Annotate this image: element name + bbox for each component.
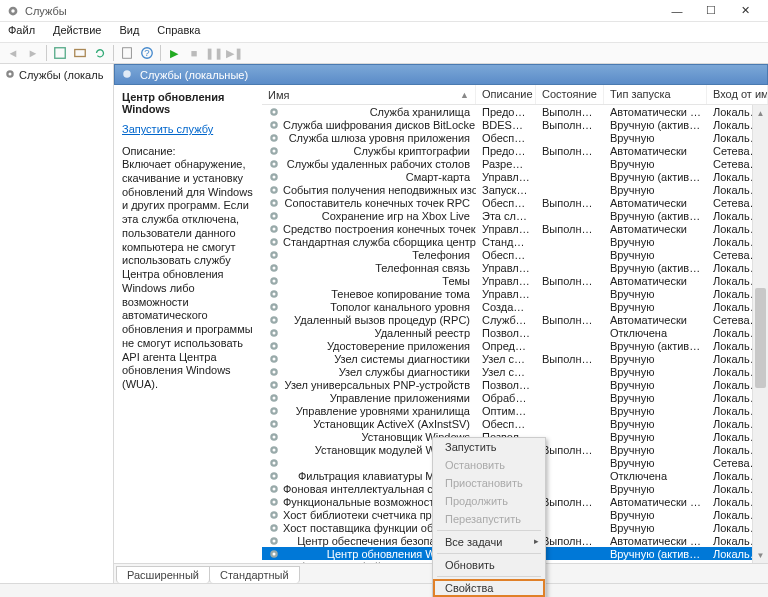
ctx-pause[interactable]: Приостановить (433, 474, 545, 492)
window-controls: — ☐ ✕ (660, 0, 762, 22)
service-row[interactable]: Смарт-картаУправляет...Вручную (активир.… (262, 170, 768, 183)
col-description[interactable]: Описание (476, 85, 536, 104)
scroll-down-icon[interactable]: ▼ (753, 547, 768, 563)
service-startup-cell: Вручную (активир... (604, 171, 707, 183)
svg-text:?: ? (144, 47, 149, 58)
col-state[interactable]: Состояние (536, 85, 604, 104)
ctx-all-tasks[interactable]: Все задачи (433, 533, 545, 551)
svg-point-15 (273, 136, 276, 139)
service-name-cell: Тополог канального уровня (262, 301, 476, 313)
maximize-button[interactable]: ☐ (694, 0, 728, 22)
service-row[interactable]: Узел службы диагностикиУзел служ...Вручн… (262, 365, 768, 378)
service-row[interactable]: Удаленный вызов процедур (RPC)Служба R..… (262, 313, 768, 326)
svg-point-8 (9, 73, 12, 76)
service-name-cell: Теневое копирование тома (262, 288, 476, 300)
menu-view[interactable]: Вид (115, 22, 143, 42)
service-row[interactable]: Сохранение игр на Xbox LiveЭта служб...В… (262, 209, 768, 222)
service-startup-cell: Отключена (604, 327, 707, 339)
ctx-stop[interactable]: Остановить (433, 456, 545, 474)
refresh-button[interactable] (91, 44, 109, 62)
service-startup-cell: Вручную (604, 301, 707, 313)
service-row[interactable]: Удостоверение приложенияОпределяе...Вруч… (262, 339, 768, 352)
service-desc-cell: Создает ка... (476, 301, 536, 313)
tab-extended[interactable]: Расширенный (116, 566, 210, 583)
svg-point-67 (273, 474, 276, 477)
service-row[interactable]: Управление уровнями хранилищаОптимизи...… (262, 404, 768, 417)
service-startup-cell: Вручную (активир... (604, 340, 707, 352)
ctx-start[interactable]: Запустить (433, 438, 545, 456)
service-row[interactable]: Тополог канального уровняСоздает ка...Вр… (262, 300, 768, 313)
svg-rect-3 (75, 50, 86, 57)
col-startup[interactable]: Тип запуска (604, 85, 707, 104)
service-startup-cell: Вручную (604, 522, 707, 534)
service-row[interactable]: Сопоставитель конечных точек RPCОбеспечи… (262, 196, 768, 209)
service-startup-cell: Вручную (604, 353, 707, 365)
service-row[interactable]: Установщик ActiveX (AxInstSV)Обеспечи...… (262, 417, 768, 430)
gear-icon (268, 314, 280, 326)
close-button[interactable]: ✕ (728, 0, 762, 22)
toolbar-btn-2[interactable] (71, 44, 89, 62)
export-button[interactable] (118, 44, 136, 62)
col-logon[interactable]: Вход от имени (707, 85, 768, 104)
restart-service-button[interactable]: ▶❚ (225, 44, 243, 62)
service-name-cell: Удаленный реестр (262, 327, 476, 339)
gear-icon (268, 184, 280, 196)
menu-help[interactable]: Справка (153, 22, 204, 42)
service-row[interactable]: Стандартная служба сборщика центра диагн… (262, 235, 768, 248)
service-row[interactable]: Теневое копирование томаУправляет...Вруч… (262, 287, 768, 300)
ctx-continue[interactable]: Продолжить (433, 492, 545, 510)
service-state-cell: Выполняется (536, 444, 604, 456)
ctx-restart[interactable]: Перезапустить (433, 510, 545, 528)
vertical-scrollbar[interactable]: ▲ ▼ (752, 105, 768, 563)
service-row[interactable]: Средство построения конечных точек Windo… (262, 222, 768, 235)
service-row[interactable]: Служба хранилищаПредоставл...Выполняется… (262, 105, 768, 118)
ctx-properties[interactable]: Свойства (433, 579, 545, 597)
service-desc-cell: Управлен... (476, 275, 536, 287)
svg-point-69 (273, 487, 276, 490)
svg-point-17 (273, 149, 276, 152)
service-startup-cell: Отключена (604, 470, 707, 482)
service-startup-cell: Автоматически (от... (604, 106, 707, 118)
service-startup-cell: Вручную (604, 158, 707, 170)
service-name-cell: Узел универсальных PNP-устройств (262, 379, 476, 391)
gear-icon (268, 379, 280, 391)
tab-standard[interactable]: Стандартный (209, 566, 300, 583)
start-service-button[interactable]: ▶ (165, 44, 183, 62)
menu-file[interactable]: Файл (4, 22, 39, 42)
service-row[interactable]: События получения неподвижных изображени… (262, 183, 768, 196)
service-row[interactable]: Служба шлюза уровня приложенияОбеспечи..… (262, 131, 768, 144)
gear-icon (268, 340, 280, 352)
ctx-refresh[interactable]: Обновить (433, 556, 545, 574)
gear-icon (268, 262, 280, 274)
service-startup-cell: Вручную (604, 431, 707, 443)
forward-button[interactable]: ► (24, 44, 42, 62)
service-row[interactable]: Удаленный реестрПозволяе...ОтключенаЛока… (262, 326, 768, 339)
service-name-cell: Установщик ActiveX (AxInstSV) (262, 418, 476, 430)
scrollbar-thumb[interactable] (755, 288, 766, 388)
service-row[interactable]: Управление приложениямиОбработк...Вручну… (262, 391, 768, 404)
tree-root-item[interactable]: Службы (локаль (4, 66, 109, 84)
service-row[interactable]: Службы криптографииПредоставл...Выполняе… (262, 144, 768, 157)
service-name-cell: Сохранение игр на Xbox Live (262, 210, 476, 222)
menu-action[interactable]: Действие (49, 22, 105, 42)
start-service-link[interactable]: Запустить службу (122, 123, 254, 135)
minimize-button[interactable]: — (660, 0, 694, 22)
service-row[interactable]: Узел универсальных PNP-устройствПозволяе… (262, 378, 768, 391)
gear-icon (268, 210, 280, 222)
pause-service-button[interactable]: ❚❚ (205, 44, 223, 62)
toolbar-btn-1[interactable] (51, 44, 69, 62)
back-button[interactable]: ◄ (4, 44, 22, 62)
service-row[interactable]: ТелефонияОбеспечи...ВручнуюСетевая служб… (262, 248, 768, 261)
service-row[interactable]: Телефонная связьУправляет...Вручную (акт… (262, 261, 768, 274)
service-startup-cell: Вручную (604, 392, 707, 404)
col-name[interactable]: Имя▲ (262, 85, 476, 104)
help-button[interactable]: ? (138, 44, 156, 62)
service-row[interactable]: Служба шифрования дисков BitLockerBDESVC… (262, 118, 768, 131)
service-row[interactable]: ТемыУправлен...ВыполняетсяАвтоматическиЛ… (262, 274, 768, 287)
service-row[interactable]: Узел системы диагностикиУзел сист...Выпо… (262, 352, 768, 365)
scroll-up-icon[interactable]: ▲ (753, 105, 768, 121)
stop-service-button[interactable]: ■ (185, 44, 203, 62)
service-row[interactable]: Службы удаленных рабочих столовРазрешает… (262, 157, 768, 170)
list-header-label: Службы (локальные) (140, 69, 248, 81)
svg-point-57 (273, 409, 276, 412)
